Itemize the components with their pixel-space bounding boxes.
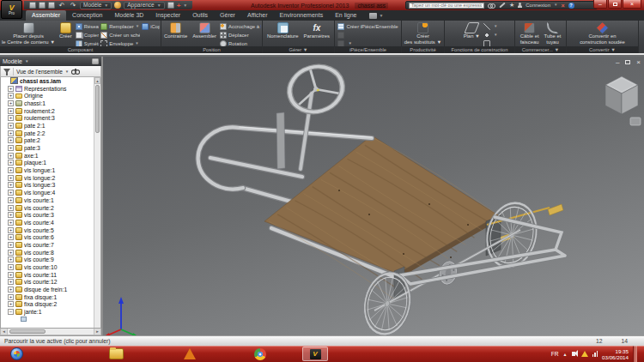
chevron-down-icon[interactable]: ▼	[554, 2, 557, 9]
tree-item-roulement-2[interactable]: +roulement:2	[1, 107, 100, 115]
tab-environnements[interactable]: Environnements	[274, 10, 330, 21]
ribbon-button-cr-er-ipi-ce-ensemble[interactable]: Créer iPièce/Ensemble	[337, 22, 398, 30]
scroll-right-arrow[interactable]: ►	[94, 329, 100, 335]
tree-item-child[interactable]	[1, 316, 100, 323]
application-menu-button[interactable]: V Pro	[1, 0, 22, 19]
tree-expander-icon[interactable]: +	[8, 227, 14, 233]
material-dropdown[interactable]: Modèle ▼	[80, 2, 112, 9]
group-label[interactable]: Commencer... ▼	[515, 46, 566, 53]
minimize-button[interactable]: –	[593, 0, 607, 9]
show-desktop-button[interactable]	[633, 346, 637, 362]
tree-expander-icon[interactable]: +	[8, 190, 14, 196]
appearance-dropdown[interactable]: Apparence ▼	[124, 2, 164, 9]
warning-icon[interactable]	[581, 351, 588, 357]
tree-expander-icon[interactable]: +	[8, 264, 14, 270]
tree-expander-icon[interactable]: +	[8, 256, 14, 262]
tree-expander-icon[interactable]: +	[8, 205, 14, 211]
ribbon-button-cr-er-un-sch-ma[interactable]: Créer un schéma	[100, 31, 140, 39]
tree-item-vis-courte-11[interactable]: +vis courte:11	[1, 271, 100, 279]
filter-funnel-icon[interactable]	[3, 68, 10, 75]
view-representation-dropdown[interactable]: Vue de l'ensemble	[16, 69, 63, 75]
ribbon-button-enveloppe[interactable]: Enveloppe▼	[100, 39, 140, 46]
tree-expander-icon[interactable]: +	[8, 220, 14, 226]
browser-options-icon[interactable]	[92, 58, 99, 64]
sign-in-label[interactable]: Connexion	[526, 3, 550, 8]
taskbar-chrome-icon[interactable]	[254, 348, 266, 360]
ribbon-button-gray2[interactable]: ▼	[337, 39, 398, 46]
tree-expander-icon[interactable]: +	[8, 115, 14, 121]
tree-expander-icon[interactable]: +	[8, 86, 14, 92]
group-label[interactable]: Gérer ▼	[263, 46, 334, 53]
tree-item-vis-courte-9[interactable]: +vis courte:9	[1, 256, 100, 264]
tab-assembler[interactable]: Assembler	[26, 10, 66, 21]
save-icon[interactable]	[39, 2, 46, 9]
ribbon-button-ucs[interactable]	[483, 39, 497, 46]
tree-expander-icon[interactable]: +	[8, 287, 14, 293]
tree-expander-icon[interactable]: +	[8, 294, 14, 300]
scrollbar-thumb[interactable]	[95, 85, 100, 133]
viewcube-options-widget[interactable]	[630, 118, 641, 125]
browser-header[interactable]: Modèle ▼	[0, 57, 101, 66]
clock[interactable]: 19:35 03/06/2014	[602, 348, 629, 360]
brake-disc[interactable]	[437, 259, 459, 287]
tree-item-vis-courte-4[interactable]: +vis courte:4	[1, 219, 100, 226]
new-file-icon[interactable]	[29, 2, 36, 9]
tree-item-axe-1[interactable]: +axe:1	[1, 152, 100, 160]
ribbon-button-nomenclature[interactable]: Nomenclature	[265, 21, 301, 40]
restore-button[interactable]	[608, 0, 622, 9]
tree-item-vis-courte-10[interactable]: +vis courte:10	[1, 263, 100, 271]
exchange-apps-icon[interactable]: ×	[561, 3, 564, 9]
ribbon-button-sym-trie[interactable]: Symétrie	[76, 39, 100, 46]
ribbon-button-convertir-en-construction-soud-e[interactable]: Convertir enconstruction soudée	[578, 21, 627, 45]
favorites-star-icon[interactable]: ★	[509, 2, 514, 9]
scroll-left-arrow[interactable]: ◄	[1, 329, 8, 335]
close-button[interactable]: ×	[623, 0, 641, 9]
sign-in-person-icon[interactable]	[518, 3, 522, 8]
tree-item-vis-courte-6[interactable]: +vis courte:6	[1, 233, 100, 241]
doc-restore-icon[interactable]	[625, 60, 630, 64]
tab-inspecter[interactable]: Inspecter	[149, 10, 186, 21]
tree-expander-icon[interactable]: +	[8, 108, 14, 114]
tree-expander-icon[interactable]: +	[8, 212, 14, 218]
ribbon-button-rotation[interactable]: Rotation	[220, 39, 261, 46]
ribbon-button-tube-et-tuyau[interactable]: Tube ettuyau	[543, 21, 563, 45]
scrollbar-thumb[interactable]	[9, 329, 46, 334]
tree-item-vis-longue-4[interactable]: +vis longue:4	[1, 189, 100, 196]
tree-expander-icon[interactable]: +	[8, 234, 14, 240]
ribbon-button-plan[interactable]: Plan ▼	[462, 21, 482, 40]
tray-expand-icon[interactable]: ▲	[563, 352, 568, 357]
tree-expander-icon[interactable]: +	[8, 137, 14, 143]
tree-expander-icon[interactable]: +	[8, 279, 14, 285]
tree-item-jante-1[interactable]: −jante:1	[1, 308, 100, 316]
help-icon[interactable]: ?	[568, 3, 574, 9]
ribbon-button-accrochage-l-aide-de-poign-es[interactable]: Accrochage à l'aide de poignées	[220, 22, 261, 30]
search-input[interactable]	[409, 3, 484, 9]
tree-item-vis-courte-1[interactable]: +vis courte:1	[1, 196, 100, 204]
vertical-scrollbar[interactable]: ▲	[94, 77, 100, 328]
steering-wheel[interactable]	[284, 60, 348, 118]
ribbon-button-gray1[interactable]	[337, 31, 398, 39]
ribbon-button-contrainte[interactable]: Contrainte	[162, 21, 189, 40]
taskbar-inventor-active-icon[interactable]: V	[302, 347, 328, 361]
tree-item-vis-longue-1[interactable]: +vis longue:1	[1, 166, 100, 174]
tree-item-chassi-ass-iam[interactable]: chassi ass.iam	[1, 77, 100, 85]
start-button[interactable]	[10, 347, 23, 360]
taskbar-explorer-icon[interactable]	[109, 348, 124, 359]
tree-expander-icon[interactable]: +	[8, 153, 14, 159]
ribbon-button-param-tres[interactable]: fxParamètres	[302, 21, 331, 40]
tree-item-roulement-3[interactable]: +roulement:3	[1, 114, 100, 122]
adjust-icon[interactable]	[167, 2, 174, 9]
tree-expander-icon[interactable]: −	[8, 309, 14, 315]
ribbon-button-copier[interactable]: Copier	[76, 31, 100, 39]
tree-item-pate-2[interactable]: +pate:2	[1, 137, 100, 145]
tree-item-pate-3[interactable]: +pate:3	[1, 144, 100, 152]
ribbon-button-assembler[interactable]: Assembler	[191, 21, 218, 40]
tree-item-disque-de-frein-1[interactable]: +disque de frein:1	[1, 286, 100, 293]
tab-en-ligne[interactable]: En ligne	[329, 10, 362, 21]
horizontal-scrollbar[interactable]: ◄ ►	[0, 329, 101, 335]
tab-conception[interactable]: Conception	[66, 10, 108, 21]
redo-icon[interactable]: ↷	[69, 2, 77, 9]
print-icon[interactable]	[48, 2, 55, 9]
group-label[interactable]: Convertir ▼	[567, 46, 638, 53]
ribbon-button-d-placer[interactable]: Déplacer	[220, 31, 261, 39]
